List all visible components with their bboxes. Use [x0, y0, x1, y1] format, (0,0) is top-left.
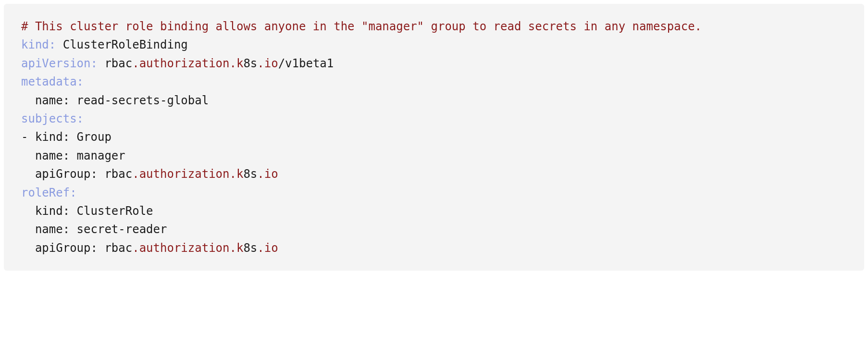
space — [98, 241, 104, 255]
colon: : — [91, 241, 98, 255]
value-apigroup2-mid: .authorization.k — [132, 241, 243, 255]
space — [98, 167, 104, 181]
value-apigroup2-io: .io — [257, 241, 278, 255]
key-rr-apigroup: apiGroup — [35, 241, 91, 255]
colon: : — [63, 149, 70, 162]
space — [98, 57, 104, 70]
space — [70, 223, 76, 236]
key-apiversion: apiVersion — [21, 57, 91, 70]
key-sub-name: name — [35, 149, 63, 162]
value-apiversion-io: .io — [257, 57, 278, 70]
key-kind: kind — [21, 38, 49, 51]
value-kind: ClusterRoleBinding — [63, 38, 188, 51]
key-rr-kind: kind — [35, 204, 63, 218]
colon: : — [77, 112, 84, 125]
value-meta-name: read-secrets-global — [77, 94, 209, 107]
colon: : — [63, 130, 70, 144]
key-subjects: subjects — [21, 112, 77, 125]
colon: : — [63, 223, 70, 236]
value-apiversion-pre: rbac — [104, 57, 132, 70]
value-sub-name: manager — [77, 149, 125, 162]
yaml-code-block: # This cluster role binding allows anyon… — [4, 4, 864, 271]
space — [70, 204, 76, 218]
key-rr-name: name — [35, 223, 63, 236]
colon: : — [70, 186, 76, 199]
value-apigroup-mid: .authorization.k — [132, 167, 243, 181]
key-sub-kind: kind — [35, 130, 63, 144]
key-sub-apigroup: apiGroup — [35, 167, 91, 181]
space — [56, 38, 62, 51]
key-meta-name: name — [35, 94, 63, 107]
colon: : — [77, 75, 84, 88]
colon: : — [63, 204, 70, 218]
value-apigroup-io: .io — [257, 167, 278, 181]
value-apigroup2-pre: rbac — [104, 241, 132, 255]
key-roleref: roleRef — [21, 186, 70, 199]
value-apigroup-pre: rbac — [104, 167, 132, 181]
key-metadata: metadata — [21, 75, 77, 88]
space — [70, 94, 76, 107]
colon: : — [63, 94, 70, 107]
value-apiversion-mid: .authorization.k — [132, 57, 243, 70]
value-apiversion-post: 8s — [243, 57, 257, 70]
comment-line: # This cluster role binding allows anyon… — [21, 20, 702, 33]
value-sub-kind: Group — [77, 130, 112, 144]
value-apigroup-post: 8s — [243, 167, 257, 181]
colon: : — [91, 57, 98, 70]
colon: : — [49, 38, 56, 51]
value-apiversion-slash: /v1beta1 — [278, 57, 334, 70]
value-rr-name: secret-reader — [77, 223, 167, 236]
space — [70, 130, 76, 144]
value-rr-kind: ClusterRole — [77, 204, 153, 218]
space — [70, 149, 76, 162]
colon: : — [91, 167, 98, 181]
value-apigroup2-post: 8s — [243, 241, 257, 255]
dash: - — [21, 130, 28, 144]
